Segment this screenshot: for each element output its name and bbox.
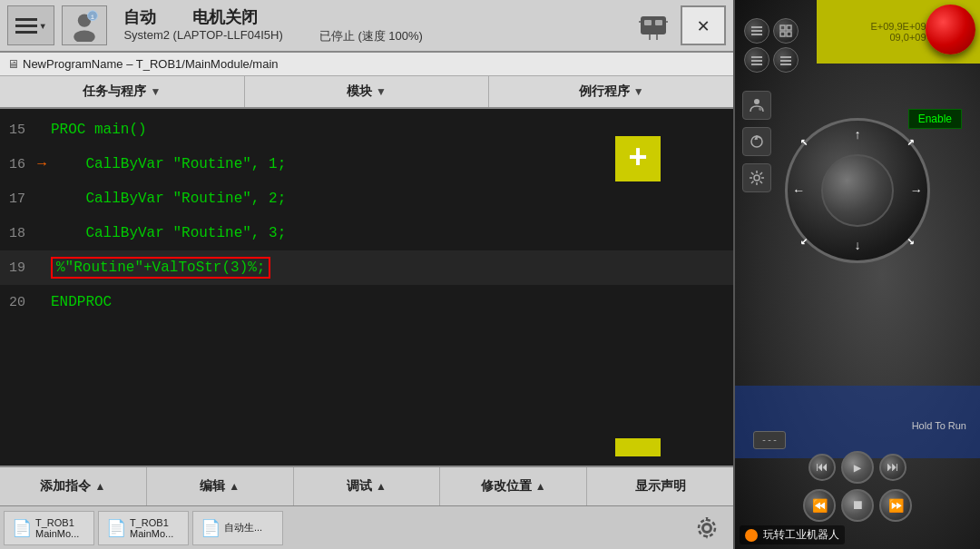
status-top: 自动 电机关闭 — [123, 6, 617, 28]
table-row[interactable]: 18 CallByVar "Routine", 3; — [0, 216, 733, 250]
table-row[interactable]: 17 CallByVar "Routine", 2; — [0, 181, 733, 216]
table-row[interactable]: 19%"Routine"+ValToStr(3)%; — [0, 250, 733, 285]
btn-row-1 — [744, 18, 799, 44]
svg-point-1 — [74, 30, 95, 42]
layers2-icon — [779, 54, 792, 66]
watermark-text: 玩转工业机器人 — [763, 528, 839, 541]
status-motor: 电机关闭 — [192, 6, 258, 28]
routine-arrow-icon: ▼ — [633, 85, 644, 98]
svg-rect-15 — [751, 30, 762, 32]
joystick-knob[interactable] — [821, 154, 894, 227]
line-number: 18 — [0, 226, 33, 241]
tab-line2-1: MainMo... — [130, 528, 173, 539]
tab-line1-2: 自动生... — [224, 521, 262, 534]
emergency-stop-button[interactable] — [926, 5, 975, 54]
joy-arrow-up-icon: ↑ — [854, 128, 861, 142]
tab-text-2: 自动生... — [224, 521, 262, 534]
add-button[interactable]: + — [615, 136, 661, 181]
chevron-down-icon: ▾ — [39, 18, 46, 34]
svg-rect-26 — [780, 64, 791, 65]
tab-line2-0: MainMo... — [35, 528, 79, 539]
tabs-right — [684, 511, 730, 545]
svg-point-28 — [759, 107, 762, 111]
layers-icon — [750, 54, 763, 66]
bottom-show[interactable]: 显示声明 — [587, 467, 733, 505]
joystick-outer: ↑ ↓ ← → ↖ ↗ ↙ ↘ — [785, 118, 930, 263]
tab-icon-2: 📄 — [201, 518, 220, 538]
svg-rect-23 — [751, 64, 762, 65]
side-btn-2[interactable] — [742, 127, 771, 156]
toolbar-module[interactable]: 模块 ▼ — [245, 76, 490, 107]
tab-item-2[interactable]: 📄 自动生... — [192, 511, 283, 545]
bottom-edit[interactable]: 编辑 ▲ — [147, 467, 294, 505]
grid-icon — [779, 25, 792, 37]
weibo-icon — [745, 529, 758, 542]
code-text: CallByVar "Routine", 2; — [51, 191, 286, 207]
bottom-show-label: 显示声明 — [635, 478, 686, 495]
controller-btn-3[interactable] — [744, 47, 769, 73]
ctrl-row-2: ⏪ ⏹ ⏩ — [803, 489, 912, 522]
stop-button[interactable]: ⏹ — [841, 489, 874, 522]
ctrl-row-1: ⏮ ▶ ⏭ — [808, 451, 906, 484]
line-number: 16 — [0, 157, 33, 172]
svg-rect-22 — [751, 60, 762, 62]
line-number: 17 — [0, 191, 33, 207]
remove-button[interactable] — [615, 438, 661, 456]
svg-rect-19 — [780, 32, 785, 36]
ctrl-btn-back[interactable]: ⏪ — [803, 489, 836, 522]
bottom-debug[interactable]: 调试 ▲ — [294, 467, 441, 505]
toolbar: 任务与程序 ▼ 模块 ▼ 例行程序 ▼ — [0, 76, 733, 109]
prev-button[interactable]: ⏮ — [808, 454, 836, 481]
person-icon — [749, 97, 765, 113]
right-panel: E+09,9E+09 09,0+09 — [735, 0, 980, 549]
edit-arrow-icon: ▲ — [229, 480, 240, 493]
joy-arrow-ur-icon: ↗ — [907, 133, 915, 149]
controller-btn-4[interactable] — [773, 47, 799, 73]
line-number: 19 — [0, 260, 33, 276]
bottom-add-instruction[interactable]: 添加指令 ▲ — [0, 467, 147, 505]
tab-item-1[interactable]: 📄 T_ROB1 MainMo... — [98, 511, 189, 545]
tab-icon-0: 📄 — [12, 518, 32, 538]
side-btn-1[interactable] — [742, 91, 771, 120]
breadcrumb-icon: 🖥 — [7, 57, 19, 71]
highlighted-code: %"Routine"+ValToStr(3)%; — [51, 257, 270, 279]
close-button[interactable]: ✕ — [681, 5, 726, 45]
breadcrumb: 🖥 NewProgramName – T_ROB1/MainModule/mai… — [0, 53, 733, 76]
bottom-edit-label: 编辑 — [200, 478, 225, 495]
controller-background: E+09,9E+09 09,0+09 — [735, 0, 980, 549]
left-side-buttons — [742, 91, 771, 192]
dash-button-area: --- — [753, 431, 786, 449]
settings-button[interactable] — [684, 511, 730, 545]
joy-arrow-dl-icon: ↙ — [800, 232, 808, 248]
svg-rect-24 — [780, 56, 791, 58]
side-btn-3[interactable] — [742, 163, 771, 192]
bottom-modify[interactable]: 修改位置 ▲ — [440, 467, 587, 505]
code-text: %"Routine"+ValToStr(3)%; — [51, 257, 270, 279]
line-indicator: → — [33, 156, 51, 172]
bottom-ctrl-buttons: ⏮ ▶ ⏭ ⏪ ⏹ ⏩ — [803, 451, 912, 522]
controller-btn-1[interactable] — [744, 18, 769, 44]
robot-icon-button[interactable] — [633, 5, 673, 45]
tab-item-0[interactable]: 📄 T_ROB1 MainMo... — [4, 511, 94, 545]
status-center: 自动 电机关闭 System2 (LAPTOP-LLF04I5H) 已停止 (速… — [114, 6, 626, 44]
user-icon-button[interactable]: i — [62, 5, 107, 45]
joystick-area[interactable]: ↑ ↓ ← → ↖ ↗ ↙ ↘ — [785, 118, 930, 263]
ctrl-btn-fwd[interactable]: ⏩ — [879, 489, 912, 522]
tab-icon-1: 📄 — [106, 518, 126, 538]
menu-button[interactable]: ▾ — [7, 5, 54, 45]
tasks-arrow-icon: ▼ — [150, 85, 161, 98]
toolbar-tasks[interactable]: 任务与程序 ▼ — [0, 76, 245, 107]
left-panel: ▾ i 自动 电机关闭 System2 (LAPTOP-LLF04I5H) 已停… — [0, 0, 735, 549]
dash-button[interactable]: --- — [753, 431, 786, 449]
play-button[interactable]: ▶ — [841, 451, 874, 484]
table-row[interactable]: 20ENDPROC — [0, 285, 733, 319]
next-button[interactable]: ⏭ — [879, 454, 906, 481]
display-text: E+09,9E+09 09,0+09 — [867, 17, 929, 46]
code-text: ENDPROC — [51, 294, 112, 310]
svg-rect-17 — [780, 25, 785, 30]
rotation-icon — [749, 133, 765, 150]
line-number: 20 — [0, 295, 33, 310]
toolbar-routine[interactable]: 例行程序 ▼ — [489, 76, 733, 107]
joy-arrow-down-icon: ↓ — [854, 239, 861, 253]
controller-btn-2[interactable] — [773, 18, 799, 44]
